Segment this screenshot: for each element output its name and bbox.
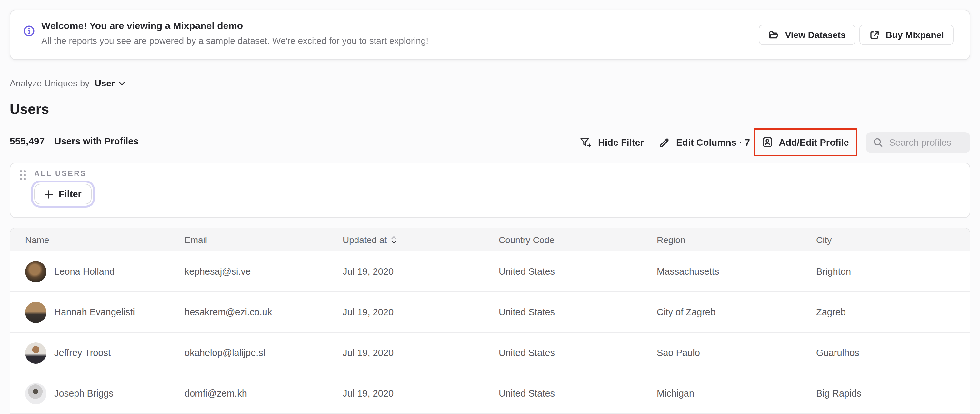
welcome-banner: Welcome! You are viewing a Mixpanel demo…	[10, 10, 970, 60]
view-datasets-label: View Datasets	[785, 30, 846, 40]
column-header-updated-at[interactable]: Updated at	[342, 235, 499, 245]
table-row[interactable]: Leona Holland kephesaj@si.ve Jul 19, 202…	[10, 252, 970, 292]
cell-name: Joseph Briggs	[54, 388, 113, 398]
search-profiles-box	[866, 132, 970, 153]
column-header-name[interactable]: Name	[25, 235, 185, 245]
edit-columns-button[interactable]: Edit Columns · 7	[659, 132, 750, 153]
pencil-icon	[659, 137, 670, 148]
cell-city: Big Rapids	[816, 388, 970, 398]
column-header-email[interactable]: Email	[185, 235, 342, 245]
cell-updated-at: Jul 19, 2020	[342, 307, 499, 317]
analyze-uniques-value: User	[95, 78, 115, 88]
query-builder-card: ALL USERS Filter	[10, 162, 970, 218]
profiles-count: 555,497	[10, 135, 45, 146]
cell-city: Brighton	[816, 266, 970, 277]
sort-icon	[391, 236, 396, 243]
avatar	[25, 342, 46, 363]
folder-icon	[768, 29, 780, 40]
table-header-row: Name Email Updated at Country Code Regio…	[10, 228, 970, 252]
hide-filter-button[interactable]: Hide Filter	[580, 132, 644, 153]
drag-handle-icon[interactable]	[20, 170, 26, 180]
cell-email: domfi@zem.kh	[185, 388, 342, 398]
cell-region: Massachusetts	[657, 266, 816, 277]
view-datasets-button[interactable]: View Datasets	[759, 24, 856, 45]
cell-city: Zagreb	[816, 307, 970, 317]
plus-icon	[45, 190, 53, 198]
avatar	[25, 261, 46, 282]
column-header-city[interactable]: City	[816, 235, 970, 245]
cell-region: City of Zagreb	[657, 307, 816, 317]
table-row[interactable]: Joseph Briggs domfi@zem.kh Jul 19, 2020 …	[10, 373, 970, 414]
all-users-section-label: ALL USERS	[34, 170, 86, 177]
profiles-stats: 555,497 Users with Profiles	[10, 135, 139, 146]
analyze-uniques-label: Analyze Uniques by	[10, 78, 90, 88]
add-edit-profile-label: Add/Edit Profile	[779, 137, 849, 148]
analyze-uniques-row: Analyze Uniques by User	[10, 78, 125, 88]
cell-country: United States	[499, 347, 657, 358]
cell-name: Jeffrey Troost	[54, 347, 111, 358]
add-filter-button[interactable]: Filter	[34, 184, 92, 205]
mixpanel-users-page: Welcome! You are viewing a Mixpanel demo…	[0, 0, 980, 414]
add-edit-profile-button[interactable]: Add/Edit Profile	[762, 137, 849, 148]
cell-email: kephesaj@si.ve	[185, 266, 342, 277]
cell-email: okahelop@lalijpe.sl	[185, 347, 342, 358]
cell-country: United States	[499, 307, 657, 317]
cell-city: Guarulhos	[816, 347, 970, 358]
cell-country: United States	[499, 266, 657, 277]
edit-columns-label: Edit Columns · 7	[676, 137, 750, 148]
filter-plus-icon	[580, 137, 592, 148]
avatar	[25, 383, 46, 404]
buy-mixpanel-button[interactable]: Buy Mixpanel	[859, 24, 954, 45]
chevron-down-icon	[119, 81, 125, 86]
profile-card-icon	[762, 137, 773, 148]
column-header-region[interactable]: Region	[657, 235, 816, 245]
avatar	[25, 301, 46, 323]
info-icon	[23, 25, 35, 37]
cell-region: Michigan	[657, 388, 816, 398]
cell-updated-at: Jul 19, 2020	[342, 347, 499, 358]
buy-mixpanel-label: Buy Mixpanel	[886, 30, 944, 40]
profiles-count-label: Users with Profiles	[54, 136, 138, 146]
banner-title: Welcome! You are viewing a Mixpanel demo	[41, 20, 243, 31]
table-row[interactable]: Jeffrey Troost okahelop@lalijpe.sl Jul 1…	[10, 333, 970, 373]
banner-actions: View Datasets Buy Mixpanel	[759, 24, 953, 45]
banner-subtitle: All the reports you see are powered by a…	[41, 35, 428, 46]
search-profiles-input[interactable]	[889, 137, 963, 148]
analyze-uniques-dropdown[interactable]: User	[95, 78, 125, 88]
cell-email: hesakrem@ezi.co.uk	[185, 307, 342, 317]
external-link-icon	[869, 29, 880, 40]
page-title: Users	[10, 101, 49, 118]
search-icon	[873, 137, 883, 148]
add-filter-label: Filter	[59, 189, 82, 199]
table-row[interactable]: Hannah Evangelisti hesakrem@ezi.co.uk Ju…	[10, 292, 970, 333]
users-table: Name Email Updated at Country Code Regio…	[10, 228, 970, 414]
hide-filter-label: Hide Filter	[598, 137, 644, 148]
cell-name: Hannah Evangelisti	[54, 307, 135, 317]
cell-updated-at: Jul 19, 2020	[342, 266, 499, 277]
filter-button-focus-ring: Filter	[31, 181, 95, 208]
cell-region: Sao Paulo	[657, 347, 816, 358]
column-header-country-code[interactable]: Country Code	[499, 235, 657, 245]
cell-name: Leona Holland	[54, 266, 115, 277]
cell-country: United States	[499, 388, 657, 398]
cell-updated-at: Jul 19, 2020	[342, 388, 499, 398]
add-edit-profile-highlight: Add/Edit Profile	[754, 128, 858, 156]
